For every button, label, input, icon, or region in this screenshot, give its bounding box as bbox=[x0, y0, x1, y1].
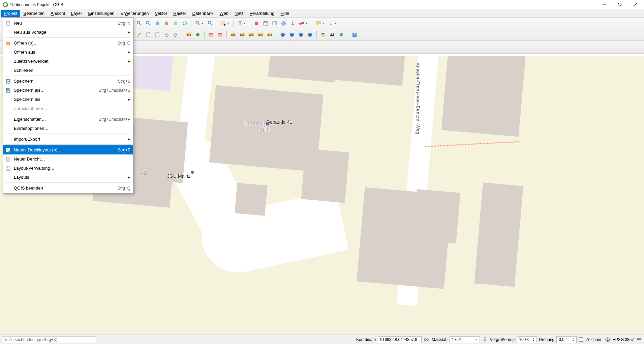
messages-icon[interactable] bbox=[636, 337, 642, 343]
toolbar-zoom-button[interactable] bbox=[135, 19, 143, 27]
toolbar-label-y-button[interactable]: abc bbox=[247, 31, 255, 39]
toolbar-text-button[interactable]: T▼ bbox=[327, 19, 338, 27]
toolbar-label-y-button[interactable]: abc bbox=[238, 31, 246, 39]
maximize-button[interactable] bbox=[615, 1, 624, 8]
toolbar-label-y-button[interactable]: abc bbox=[229, 31, 237, 39]
toolbar-globe-button[interactable] bbox=[288, 31, 296, 39]
menu-item-import-export[interactable]: Import/Export▶ bbox=[3, 135, 133, 144]
toolbar-calendar-button[interactable] bbox=[262, 19, 270, 27]
toolbar-gear-button[interactable] bbox=[280, 19, 288, 27]
locator-search[interactable] bbox=[2, 336, 96, 343]
lock-scale-icon[interactable] bbox=[482, 337, 488, 343]
menu-layer[interactable]: Layer bbox=[68, 10, 85, 17]
scale-label: Maßstab bbox=[432, 337, 448, 342]
menu-vektor[interactable]: Vektor bbox=[152, 10, 170, 17]
menu-web[interactable]: Web bbox=[217, 10, 232, 17]
new-layout-icon bbox=[4, 147, 12, 153]
svg-rect-21 bbox=[238, 22, 242, 25]
crs-code[interactable]: EPSG:3857 bbox=[613, 337, 634, 342]
svg-point-9 bbox=[146, 21, 149, 24]
toolbar-sigma-button[interactable]: Σ bbox=[289, 19, 297, 27]
menu-verarbeitung[interactable]: Verarbeitung bbox=[247, 10, 278, 17]
toolbar-refresh-button[interactable] bbox=[181, 19, 189, 27]
toolbar-binoc-button[interactable] bbox=[328, 31, 336, 39]
menu-item-neu-aus-vorlage[interactable]: Neu aus Vorlage▶ bbox=[3, 28, 133, 37]
toolbar-label-y-button[interactable]: abc bbox=[256, 31, 265, 39]
menu-erweiterungen[interactable]: Erweiterungen bbox=[118, 10, 152, 17]
toolbar-rect-button[interactable] bbox=[153, 19, 161, 27]
coord-field[interactable]: 916932.8,6444857.9 bbox=[378, 336, 422, 343]
menu-item-speichern-als[interactable]: Speichern als▶ bbox=[3, 95, 133, 104]
toolbar-select-y-button[interactable]: ▼ bbox=[219, 19, 231, 27]
svg-line-10 bbox=[149, 24, 150, 25]
menu-item-neuer-bericht[interactable]: Neuer Bericht… bbox=[3, 154, 133, 164]
svg-rect-28 bbox=[264, 22, 268, 23]
toolbar-label-r-button[interactable]: abc bbox=[216, 31, 224, 39]
menu-netz[interactable]: Netz bbox=[232, 10, 247, 17]
toolbar-speech-button[interactable]: ▼ bbox=[314, 19, 326, 27]
toolbar-file-button[interactable] bbox=[153, 31, 161, 39]
menu-accel: Strg+N bbox=[118, 21, 130, 26]
rotation-field[interactable]: 0,0 °▲▼ bbox=[556, 336, 577, 343]
menu-accel: Strg+Umschalt+P bbox=[99, 117, 130, 122]
menu-item-neu[interactable]: NeuStrg+N bbox=[3, 19, 133, 28]
toolbar-globe-button[interactable] bbox=[306, 31, 314, 39]
menu-item-layout-verwaltung[interactable]: Layout-Verwaltung… bbox=[3, 164, 133, 173]
toolbar-globe-button[interactable] bbox=[279, 31, 287, 39]
toolbar-undo-button[interactable] bbox=[162, 31, 171, 39]
menu-item-ffnen-o[interactable]: Öffnen (o)…Strg+O bbox=[3, 38, 133, 48]
close-button[interactable] bbox=[631, 1, 640, 8]
svg-rect-108 bbox=[484, 339, 486, 341]
menu-item-neues-drucklayout-p[interactable]: Neues Drucklayout (p)…Strg+P bbox=[3, 145, 133, 154]
toolbar-globe-button[interactable] bbox=[297, 31, 305, 39]
menu-einstellungen[interactable]: Einstellungen bbox=[85, 10, 118, 17]
toolbar-rect-button[interactable] bbox=[162, 19, 171, 27]
menu-hilfe[interactable]: Hilfe bbox=[278, 10, 293, 17]
menu-item-speichern-als[interactable]: Speichern als…Strg+Umschalt+S bbox=[3, 86, 133, 95]
toolbar-label-y-button[interactable]: abc bbox=[266, 31, 274, 39]
svg-text:abc: abc bbox=[187, 33, 191, 36]
toolbar-ruler-button[interactable]: ▼ bbox=[298, 19, 309, 27]
menu-item-einrastoptionen[interactable]: Einrastoptionen… bbox=[3, 124, 133, 133]
magnifier-field[interactable]: 100%▲▼ bbox=[517, 336, 537, 343]
toolbar-table-button[interactable]: ▼ bbox=[236, 19, 247, 27]
svg-line-103 bbox=[6, 340, 7, 341]
toolbar-file-button[interactable] bbox=[144, 31, 152, 39]
toolbar-rect-button[interactable] bbox=[252, 19, 260, 27]
toolbar-table-button[interactable] bbox=[271, 19, 279, 27]
svg-point-102 bbox=[4, 338, 7, 340]
menu-item-eigenschaften[interactable]: Eigenschaften…Strg+Umschalt+P bbox=[3, 115, 133, 124]
toolbar-help-button[interactable]: ? bbox=[350, 31, 359, 39]
menu-datenbank[interactable]: Datenbank bbox=[189, 10, 217, 17]
menu-ansicht[interactable]: Ansicht bbox=[48, 10, 68, 17]
toolbar-rect-button[interactable] bbox=[172, 19, 180, 27]
minimize-button[interactable] bbox=[600, 1, 609, 8]
toolbar-label-r-button[interactable]: abc bbox=[207, 31, 215, 39]
toolbar-zoom-button[interactable]: ▼ bbox=[194, 19, 205, 27]
toolbar-zoom-button[interactable] bbox=[144, 19, 152, 27]
menu-item-zuletzt-verwendet[interactable]: Zuletzt verwendet▶ bbox=[3, 57, 133, 66]
svg-rect-12 bbox=[165, 22, 168, 25]
toolbar-redo-button[interactable] bbox=[172, 31, 180, 39]
menu-item-speichern[interactable]: SpeichernStrg+S bbox=[3, 77, 133, 86]
menu-item-qgis-beenden[interactable]: QGIS beendenStrg+Q bbox=[3, 183, 133, 193]
toolbar-label-y-button[interactable]: abc bbox=[185, 31, 193, 39]
scale-field[interactable]: 1:691▼ bbox=[450, 336, 480, 343]
crs-icon[interactable] bbox=[605, 337, 611, 343]
menu-raster[interactable]: Raster bbox=[170, 10, 189, 17]
menu-item-ffnen-aus[interactable]: Öffnen aus▶ bbox=[3, 48, 133, 57]
toolbar-zoom-button[interactable] bbox=[206, 19, 214, 27]
menu-item-schlie-en[interactable]: Schließen bbox=[3, 66, 133, 75]
render-checkbox[interactable]: ✓ bbox=[579, 337, 583, 342]
toolbar-pencil-button[interactable] bbox=[135, 31, 143, 39]
menu-projekt[interactable]: Projekt bbox=[1, 10, 20, 17]
svg-rect-80 bbox=[331, 33, 332, 35]
toolbar-layers-button[interactable] bbox=[337, 31, 345, 39]
toolbar-python-button[interactable] bbox=[319, 31, 327, 39]
menu-item-layouts[interactable]: Layouts▶ bbox=[3, 173, 133, 182]
extents-icon[interactable] bbox=[424, 337, 430, 343]
locator-search-input[interactable] bbox=[9, 337, 95, 342]
menu-bearbeiten[interactable]: Bearbeiten bbox=[20, 10, 48, 17]
toolbar-dot-button[interactable] bbox=[194, 31, 202, 39]
window-title: *Unbenanntes Projekt - QGIS bbox=[10, 2, 600, 7]
